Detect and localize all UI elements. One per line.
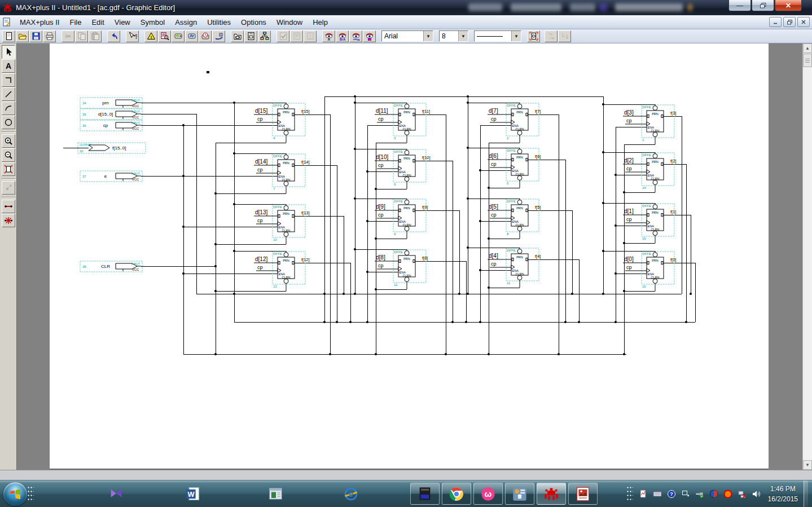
word-icon[interactable]: W xyxy=(184,486,202,502)
cut-icon: ✂ xyxy=(64,32,73,41)
tray-usb-icon[interactable] xyxy=(695,490,705,499)
line-style-combo[interactable]: ▼ xyxy=(474,30,521,42)
minimize-button[interactable]: — xyxy=(728,0,751,11)
simulator-button[interactable] xyxy=(185,30,198,42)
undo-button[interactable] xyxy=(107,30,120,42)
mdi-restore-button[interactable] xyxy=(783,17,796,27)
chevron-down-icon[interactable]: ▼ xyxy=(511,31,521,41)
view-find-button[interactable]: B+A xyxy=(336,30,349,42)
zoom-out-tool[interactable] xyxy=(2,148,15,162)
horizontal-scroll-strip[interactable] xyxy=(0,470,812,480)
font-combo[interactable]: Arial ▼ xyxy=(381,30,433,42)
svg-text:W: W xyxy=(187,490,195,499)
menu-view[interactable]: View xyxy=(109,16,135,28)
svg-text:11: 11 xyxy=(507,281,511,285)
svg-text:f[11]: f[11] xyxy=(422,109,430,114)
hierarchy-warning-button[interactable]: ! xyxy=(144,30,157,42)
svg-text:DFFE: DFFE xyxy=(507,149,516,152)
print-button[interactable] xyxy=(43,30,56,42)
hierarchy-display-button[interactable] xyxy=(258,30,271,42)
printer-window-icon xyxy=(417,486,433,502)
show-desktop-button[interactable] xyxy=(804,480,808,507)
context-help-button[interactable]: ? xyxy=(126,30,139,42)
diagonal-line-tool[interactable] xyxy=(2,87,15,101)
rubberbanding-off-tool[interactable] xyxy=(2,214,15,227)
fit-in-window-tool[interactable] xyxy=(2,162,15,176)
open-file-button[interactable] xyxy=(16,30,29,42)
selection-tool[interactable] xyxy=(2,45,15,59)
font-size-combo[interactable]: 8 ▼ xyxy=(439,30,468,42)
open-symbol-button[interactable] xyxy=(231,30,244,42)
mdi-close-button[interactable] xyxy=(797,17,810,27)
scrollbar-thumb[interactable] xyxy=(803,54,812,67)
analyze-button[interactable] xyxy=(158,30,171,42)
printer-window-taskbar-button[interactable] xyxy=(410,483,440,505)
tray-window-icon[interactable]: ▾ xyxy=(681,490,691,499)
close-button[interactable]: ✕ xyxy=(775,0,802,11)
menu-edit[interactable]: Edit xyxy=(86,16,109,28)
open-document-button[interactable] xyxy=(244,30,257,42)
window-app-icon[interactable] xyxy=(267,486,285,502)
programmer-button[interactable] xyxy=(212,30,225,42)
compiler-button[interactable] xyxy=(172,30,185,42)
menu-help[interactable]: Help xyxy=(308,16,333,28)
timing-analyzer-button[interactable] xyxy=(199,30,212,42)
menu-utilities[interactable]: Utilities xyxy=(202,16,236,28)
scroll-up-button[interactable]: ▲ xyxy=(803,43,812,53)
scroll-down-button[interactable]: ▼ xyxy=(803,460,812,470)
taskbar-grip[interactable] xyxy=(27,486,34,502)
svg-text:CLRN: CLRN xyxy=(651,276,660,279)
save-file-button[interactable] xyxy=(29,30,42,42)
restore-button[interactable] xyxy=(752,0,774,11)
svg-text:e: e xyxy=(349,489,353,499)
menu-max-plus-ii[interactable]: MAX+plus II xyxy=(15,16,64,28)
palette-separator xyxy=(1,197,16,198)
taskbar-clock[interactable]: 1:46 PM 16/2/2015 xyxy=(768,484,798,504)
tray-doc-icon[interactable] xyxy=(639,490,648,499)
zoom-in-tool[interactable] xyxy=(2,134,15,148)
chevron-down-icon[interactable]: ▼ xyxy=(458,31,468,41)
kmplayer-icon[interactable] xyxy=(107,486,125,502)
tray-avast-icon[interactable] xyxy=(723,490,733,499)
tray-volume-icon[interactable] xyxy=(752,490,761,499)
wamp-window-taskbar-button[interactable]: ω xyxy=(473,483,503,505)
schematic-canvas[interactable]: DFFE4PRNENACLRNd[15]cpf[15]DFFE7PRNENACL… xyxy=(0,43,812,470)
new-document-button[interactable] xyxy=(2,30,15,42)
maxplus-window-taskbar-button[interactable] xyxy=(537,483,566,505)
clock-date: 16/2/2015 xyxy=(768,494,798,504)
svg-text:d[3]: d[3] xyxy=(624,109,634,116)
svg-text:15: 15 xyxy=(642,237,646,240)
menu-options[interactable]: Options xyxy=(236,16,271,28)
vertical-scrollbar[interactable]: ▲ ▼ xyxy=(802,43,812,470)
text-tool[interactable]: A xyxy=(2,59,15,73)
settings-window-taskbar-button[interactable] xyxy=(505,483,534,505)
view-probe-button[interactable] xyxy=(349,30,362,42)
svg-text:f[15]: f[15] xyxy=(301,109,310,114)
tray-help-icon[interactable]: ? xyxy=(667,490,677,499)
viewer-window-taskbar-button[interactable] xyxy=(568,483,598,505)
view-find-icon: B+A xyxy=(338,32,347,41)
svg-text:cp: cp xyxy=(491,161,497,167)
orthogonal-line-tool[interactable] xyxy=(2,73,15,87)
svg-text:d[10]: d[10] xyxy=(376,154,388,160)
chrome-window-taskbar-button[interactable] xyxy=(442,483,471,505)
arc-tool[interactable] xyxy=(2,102,15,115)
start-button[interactable] xyxy=(3,482,27,506)
mdi-minimize-button[interactable] xyxy=(769,17,782,27)
tray-keyboard-icon[interactable] xyxy=(653,490,662,499)
circle-tool[interactable] xyxy=(2,116,15,129)
menu-file[interactable]: File xyxy=(64,16,86,28)
svg-text:VCC: VCC xyxy=(132,104,139,108)
rubberbanding-on-tool[interactable] xyxy=(2,200,15,213)
tray-shield-icon[interactable] xyxy=(709,490,719,499)
view-text-button[interactable]: A xyxy=(322,30,335,42)
tray-network-icon[interactable] xyxy=(738,490,747,499)
tray-grip[interactable] xyxy=(626,486,633,502)
menu-symbol[interactable]: Symbol xyxy=(135,16,170,28)
menu-window[interactable]: Window xyxy=(271,16,308,28)
view-chip-button[interactable] xyxy=(363,30,376,42)
symbol-outline-button[interactable] xyxy=(527,30,540,42)
chevron-down-icon[interactable]: ▼ xyxy=(423,31,433,41)
ie-icon[interactable]: e xyxy=(342,486,360,502)
menu-assign[interactable]: Assign xyxy=(170,16,202,28)
